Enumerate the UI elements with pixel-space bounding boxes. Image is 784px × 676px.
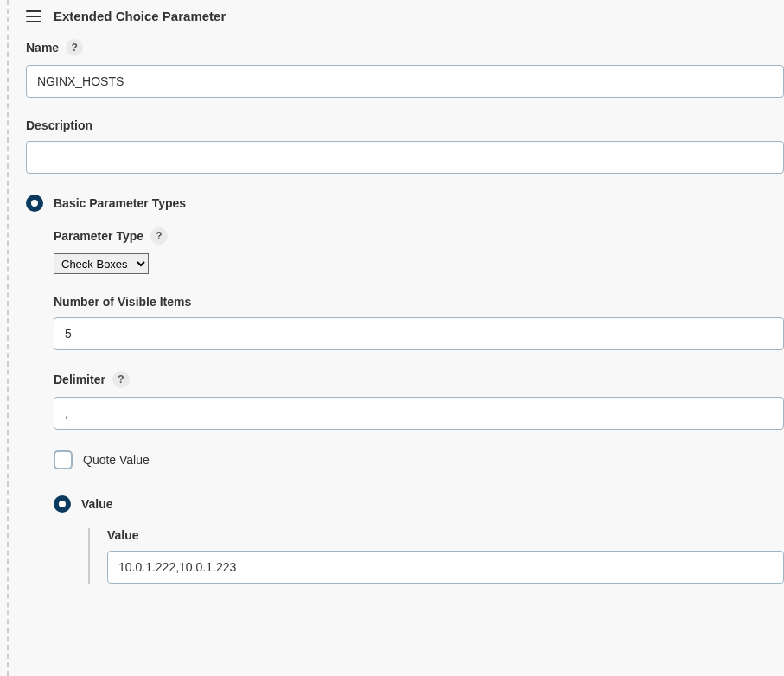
visible-items-label: Number of Visible Items	[54, 295, 191, 309]
name-label: Name	[26, 41, 59, 54]
quote-value-label: Quote Value	[83, 453, 150, 467]
parameter-header: Extended Choice Parameter	[26, 9, 784, 23]
drag-handle-icon[interactable]	[26, 10, 41, 22]
drag-indicator-line	[7, 0, 9, 676]
parameter-title: Extended Choice Parameter	[54, 9, 226, 23]
name-input[interactable]	[26, 65, 784, 98]
help-icon[interactable]: ?	[66, 39, 83, 56]
parameter-type-select[interactable]: Check Boxes	[54, 253, 149, 274]
value-radio-label: Value	[81, 497, 113, 511]
value-label: Value	[107, 528, 139, 542]
value-input[interactable]	[107, 551, 784, 584]
basic-parameter-types-label: Basic Parameter Types	[54, 196, 186, 210]
basic-parameter-types-radio[interactable]	[26, 195, 43, 212]
visible-items-input[interactable]	[54, 317, 784, 350]
quote-value-checkbox[interactable]	[54, 450, 73, 469]
parameter-type-label: Parameter Type	[54, 229, 143, 243]
help-icon[interactable]: ?	[112, 371, 130, 388]
description-input[interactable]	[26, 141, 784, 174]
value-radio[interactable]	[54, 495, 71, 513]
description-label: Description	[26, 118, 92, 132]
delimiter-label: Delimiter	[54, 373, 105, 386]
delimiter-input[interactable]	[54, 397, 784, 430]
help-icon[interactable]: ?	[150, 227, 168, 245]
